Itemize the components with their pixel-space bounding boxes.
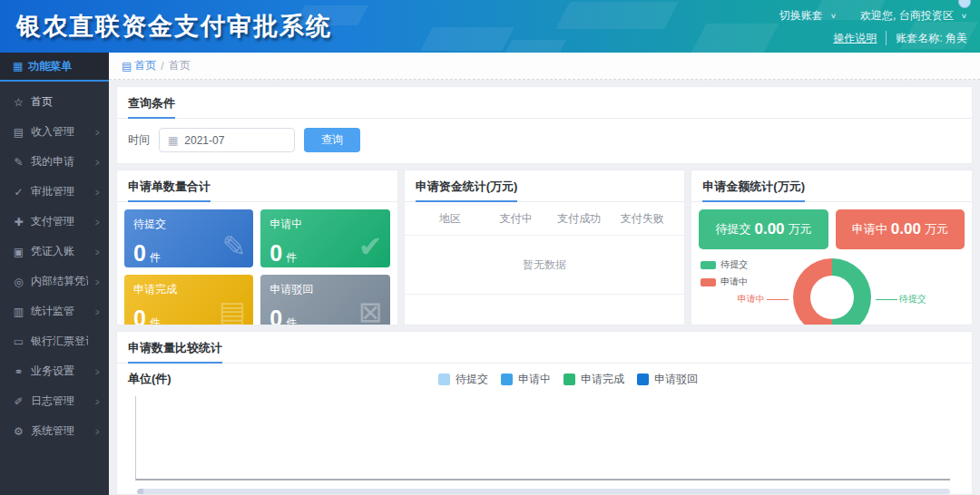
query-panel: 查询条件 时间 ▦ 2021-07 查询 — [116, 86, 973, 164]
sidebar-item[interactable]: ◎ 内部结算凭证 > — [0, 267, 109, 296]
legend-item[interactable]: 申请驳回 — [637, 372, 698, 387]
amount-panel-title: 申请金额统计(万元) — [691, 170, 972, 202]
sidebar-item-label: 我的申请 — [31, 154, 88, 170]
count-panel: 申请单数量合计 待提交 0件 ✎ 申请中 0件 — [116, 170, 398, 325]
sidebar-item-label: 首页 — [31, 94, 88, 110]
amount-panel: 申请金额统计(万元) 待提交 0.00 万元 申请中 0.00 万元 — [691, 170, 973, 325]
switch-account-dropdown[interactable]: 切换账套 — [779, 8, 823, 24]
amount-box: 申请中 0.00 万元 — [836, 209, 965, 249]
legend-swatch — [637, 374, 649, 385]
donut-label-left: 申请中 — [738, 293, 789, 306]
sidebar-item-label: 收入管理 — [31, 124, 88, 140]
check-icon: ✓ — [13, 186, 24, 199]
app-header: 银农直联资金支付审批系统 切换账套 ∨ 欢迎您, 台商投资区 ∨ 操作说明 账套… — [0, 0, 980, 53]
sidebar: ▦ 功能菜单 ☆ 首页 > ▤ 收入管理 > ✎ 我的申请 > ✓ — [0, 53, 109, 495]
sidebar-item[interactable]: ✐ 日志管理 > — [0, 386, 109, 416]
sidebar-item-label: 系统管理 — [31, 423, 88, 439]
breadcrumb-separator: / — [161, 60, 163, 73]
sidebar-item-label: 统计监管 — [31, 304, 88, 319]
sidebar-item[interactable]: ▣ 凭证入账 > — [0, 237, 109, 267]
account-name-label: 账套名称: 角美 — [896, 31, 967, 46]
fund-column-header: 支付失败 — [611, 211, 673, 227]
menu-header-label: 功能菜单 — [28, 59, 72, 74]
stat-card[interactable]: 申请完成 0件 ▤ — [124, 275, 253, 325]
doc-lines-icon: ▤ — [219, 295, 246, 325]
sidebar-item[interactable]: ▤ 收入管理 > — [0, 117, 109, 147]
legend-item[interactable]: 待提交 — [701, 258, 748, 271]
pencil-icon: ✎ — [13, 156, 24, 169]
fund-panel-title: 申请资金统计(万元) — [405, 170, 685, 202]
app-title: 银农直联资金支付审批系统 — [16, 10, 332, 43]
bar-chart-icon: ▥ — [13, 306, 24, 318]
date-value: 2021-07 — [184, 134, 224, 147]
briefcase-icon: ▣ — [13, 246, 24, 258]
document-icon: ▤ — [13, 126, 24, 139]
sidebar-menu: ☆ 首页 > ▤ 收入管理 > ✎ 我的申请 > ✓ 审批管理 > — [0, 82, 109, 446]
chevron-down-icon[interactable]: ∨ — [830, 12, 837, 20]
fund-column-header: 支付中 — [485, 211, 547, 227]
stat-card[interactable]: 申请驳回 0件 ⊠ — [260, 275, 389, 325]
count-panel-title: 申请单数量合计 — [117, 170, 397, 202]
legend-item[interactable]: 申请中 — [701, 276, 748, 288]
stat-card[interactable]: 待提交 0件 ✎ — [124, 209, 253, 267]
count-cards: 待提交 0件 ✎ 申请中 0件 ✔ — [117, 202, 397, 325]
sidebar-item-label: 日志管理 — [31, 393, 88, 409]
sidebar-item[interactable]: ▥ 统计监管 > — [0, 296, 109, 326]
sidebar-item-label: 凭证入账 — [31, 244, 88, 259]
callout-line — [767, 299, 789, 300]
chevron-right-icon: > — [95, 366, 100, 377]
sidebar-item[interactable]: ⚭ 业务设置 > — [0, 356, 109, 386]
query-button[interactable]: 查询 — [304, 128, 360, 152]
sidebar-item[interactable]: ✓ 审批管理 > — [0, 177, 109, 207]
fund-column-header: 地区 — [416, 211, 485, 227]
cross-icon: ✚ — [13, 216, 24, 228]
compare-chart-area — [135, 396, 950, 480]
grid-menu-icon: ▦ — [13, 60, 23, 73]
sidebar-item-label: 支付管理 — [31, 214, 88, 229]
list-check-icon: ✔ — [358, 229, 383, 264]
star-icon: ☆ — [13, 96, 24, 109]
sidebar-item[interactable]: ✚ 支付管理 > — [0, 207, 109, 237]
callout-line — [876, 299, 897, 300]
chevron-down-icon[interactable]: ∨ — [961, 12, 967, 20]
legend-swatch — [564, 374, 575, 385]
operation-guide-link[interactable]: 操作说明 — [833, 31, 877, 46]
date-picker-input[interactable]: ▦ 2021-07 — [159, 128, 295, 152]
time-label: 时间 — [128, 132, 150, 148]
sidebar-item[interactable]: ✎ 我的申请 > — [0, 147, 109, 177]
sidebar-item-label: 内部结算凭证 — [31, 274, 88, 289]
legend-item[interactable]: 待提交 — [438, 372, 488, 387]
link-icon: ⚭ — [13, 365, 24, 378]
sidebar-menu-header: ▦ 功能菜单 — [0, 53, 109, 82]
target-icon: ◎ — [13, 276, 24, 288]
compare-panel: 申请数量比较统计 单位(件) 待提交 申请中 — [116, 331, 973, 495]
donut-legend: 待提交 申请中 — [701, 258, 748, 288]
chevron-right-icon: > — [95, 217, 100, 228]
legend-swatch — [701, 261, 716, 269]
legend-item[interactable]: 申请中 — [501, 372, 551, 387]
sidebar-item[interactable]: ☆ 首页 > — [0, 87, 109, 117]
breadcrumb: ▤ 首页 / 首页 — [109, 53, 980, 80]
doc-reject-icon: ⊠ — [358, 295, 383, 325]
chart-scrollbar[interactable] — [137, 489, 950, 494]
amount-box: 待提交 0.00 万元 — [699, 209, 828, 249]
amount-boxes: 待提交 0.00 万元 申请中 0.00 万元 — [691, 202, 972, 257]
legend-swatch — [501, 374, 513, 385]
breadcrumb-home[interactable]: ▤ 首页 — [122, 58, 156, 73]
scrollbar-thumb[interactable] — [137, 489, 950, 494]
chevron-right-icon: > — [95, 426, 100, 437]
sidebar-item[interactable]: ⚙ 系统管理 > — [0, 416, 109, 446]
donut-chart[interactable] — [793, 258, 871, 325]
sidebar-item-label: 银行汇票登记 — [31, 334, 88, 349]
unit-label: 单位(件) — [128, 371, 172, 387]
legend-swatch — [701, 278, 716, 286]
compare-legend: 待提交 申请中 申请完成 申请驳回 — [438, 372, 698, 387]
legend-item[interactable]: 申请完成 — [564, 372, 624, 387]
sidebar-item[interactable]: ▭ 银行汇票登记 > — [0, 326, 109, 356]
chevron-right-icon: > — [95, 277, 100, 287]
settings-icon: ⚙ — [13, 425, 24, 438]
welcome-user-dropdown[interactable]: 欢迎您, 台商投资区 — [860, 8, 954, 24]
chevron-right-icon: > — [95, 157, 100, 168]
chevron-right-icon: > — [95, 396, 100, 407]
stat-card[interactable]: 申请中 0件 ✔ — [260, 209, 389, 267]
